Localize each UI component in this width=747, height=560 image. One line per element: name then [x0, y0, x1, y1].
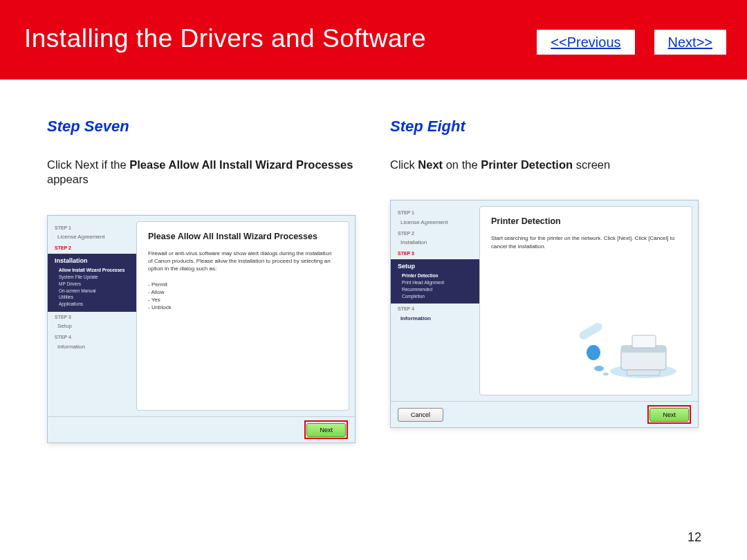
svg-point-7	[594, 366, 604, 371]
wizard-panel-body: Start searching for the printer on the n…	[491, 234, 681, 250]
page-title: Installing the Drivers and Software	[24, 24, 426, 53]
header-bar: Installing the Drivers and Software <<Pr…	[0, 0, 747, 80]
next-highlight: Next	[647, 405, 691, 424]
step-seven-title: Step Seven	[47, 118, 356, 136]
step-seven-desc: Click Next if the Please Allow All Insta…	[47, 158, 356, 187]
svg-rect-3	[627, 370, 660, 375]
step-seven-column: Step Seven Click Next if the Please Allo…	[47, 118, 356, 443]
sidebar-active-step2: Installation Allow Install Wizard Proces…	[48, 254, 136, 312]
page-number: 12	[688, 530, 701, 545]
wizard-sidebar: STEP 1 License Agreement STEP 2 Installa…	[48, 216, 136, 416]
step-eight-title: Step Eight	[390, 118, 699, 136]
wizard-main-panel: Printer Detection Start searching for th…	[479, 206, 692, 395]
wizard-footer: Cancel Next	[391, 401, 698, 427]
svg-rect-4	[632, 335, 656, 348]
wizard-panel-title: Please Allow All Install Wizard Processe…	[148, 232, 338, 241]
svg-point-5	[587, 345, 600, 360]
wizard-footer: Next	[48, 416, 355, 442]
printer-icon	[567, 315, 678, 391]
svg-rect-6	[578, 321, 603, 341]
step-eight-desc: Click Next on the Printer Detection scre…	[390, 158, 699, 172]
wizard-next-button[interactable]: Next	[649, 408, 689, 422]
wizard-sidebar: STEP 1 License Agreement STEP 2 Installa…	[391, 200, 479, 401]
wizard-panel-title: Printer Detection	[491, 216, 681, 226]
next-highlight: Next	[304, 420, 348, 439]
step-eight-column: Step Eight Click Next on the Printer Det…	[390, 118, 699, 443]
wizard-next-button[interactable]: Next	[306, 423, 346, 437]
previous-button[interactable]: <<Previous	[537, 30, 634, 55]
sidebar-active-step3: Setup Printer Detection Print Head Align…	[391, 259, 479, 304]
wizard-cancel-button[interactable]: Cancel	[398, 408, 443, 422]
wizard-main-panel: Please Allow All Install Wizard Processe…	[136, 221, 349, 411]
nav-buttons: <<Previous Next>>	[537, 30, 726, 55]
content-area: Step Seven Click Next if the Please Allo…	[0, 80, 747, 443]
next-button[interactable]: Next>>	[654, 30, 726, 55]
wizard-step-seven: STEP 1 License Agreement STEP 2 Installa…	[47, 215, 356, 443]
wizard-step-eight: STEP 1 License Agreement STEP 2 Installa…	[390, 200, 699, 428]
svg-point-8	[603, 373, 609, 375]
wizard-panel-body: Firewall or anti-virus software may show…	[148, 250, 338, 312]
